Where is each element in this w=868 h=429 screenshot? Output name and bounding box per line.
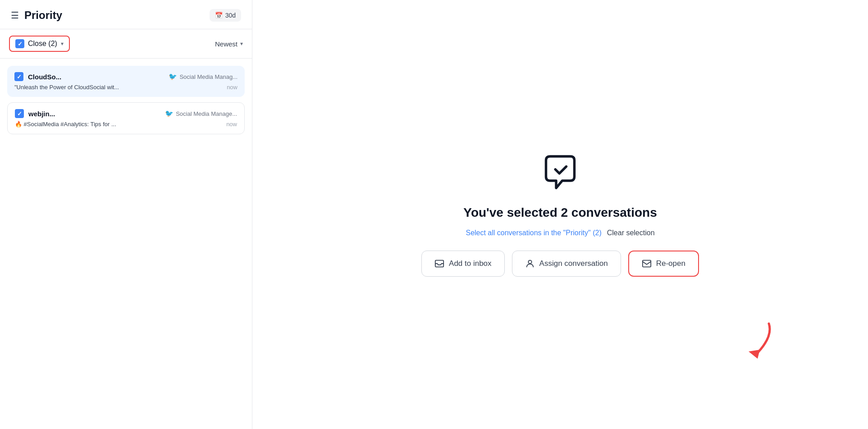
selected-title: You've selected 2 conversations	[463, 205, 657, 220]
envelope-icon	[642, 259, 652, 269]
conv-time-2: now	[226, 121, 237, 128]
chevron-down-icon: ▾	[61, 41, 64, 47]
date-badge-label: 30d	[225, 12, 236, 19]
list-item[interactable]: webjin... 🐦 Social Media Manage... 🔥 #So…	[7, 102, 245, 134]
conv-preview-1: "Unleash the Power of CloudSocial wit...…	[14, 84, 238, 91]
conv-preview-text-2: 🔥 #SocialMedia #Analytics: Tips for ...	[15, 121, 116, 128]
list-item[interactable]: CloudSo... 🐦 Social Media Manag... "Unle…	[7, 66, 245, 97]
conv-source-1: 🐦 Social Media Manag...	[169, 73, 238, 81]
conv-preview-2: 🔥 #SocialMedia #Analytics: Tips for ... …	[15, 121, 237, 128]
conversation-list: CloudSo... 🐦 Social Media Manag... "Unle…	[0, 59, 252, 429]
sort-filter[interactable]: Newest ▾	[215, 40, 243, 48]
assign-conversation-button[interactable]: Assign conversation	[512, 251, 621, 277]
date-badge[interactable]: 📅 30d	[210, 9, 241, 22]
conv-source-label-1: Social Media Manag...	[179, 73, 238, 80]
add-to-inbox-button[interactable]: Add to inbox	[421, 251, 505, 277]
sidebar-header-left: ☰ Priority	[11, 9, 62, 22]
action-buttons: Add to inbox Assign conversation Re-open	[421, 251, 699, 277]
chat-check-icon	[540, 152, 580, 193]
person-icon	[525, 259, 535, 269]
sort-chevron-icon: ▾	[240, 41, 243, 47]
close-filter-button[interactable]: Close (2) ▾	[9, 36, 70, 52]
sidebar-title: Priority	[24, 9, 62, 22]
conv-preview-text-1: "Unleash the Power of CloudSocial wit...	[14, 84, 119, 91]
conv-time-1: now	[227, 84, 238, 91]
conv-source-label-2: Social Media Manage...	[176, 110, 237, 117]
red-arrow-indicator	[742, 319, 778, 366]
assign-conversation-label: Assign conversation	[539, 259, 608, 268]
select-all-link[interactable]: Select all conversations in the "Priorit…	[466, 229, 601, 237]
twitter-icon-2: 🐦	[165, 110, 174, 118]
add-to-inbox-label: Add to inbox	[449, 259, 492, 268]
conv-name-2: webjin...	[28, 110, 160, 118]
re-open-label: Re-open	[656, 259, 685, 268]
sidebar-header: ☰ Priority 📅 30d	[0, 0, 252, 29]
center-panel: You've selected 2 conversations Select a…	[421, 152, 699, 277]
svg-rect-2	[643, 260, 651, 267]
conv-top-2: webjin... 🐦 Social Media Manage...	[15, 109, 237, 118]
conv-name-1: CloudSo...	[28, 73, 164, 81]
select-all-checkbox[interactable]	[15, 39, 24, 48]
main-content: You've selected 2 conversations Select a…	[252, 0, 868, 429]
selected-subtitle: Select all conversations in the "Priorit…	[466, 229, 654, 237]
filter-bar: Close (2) ▾ Newest ▾	[0, 29, 252, 59]
conv-source-2: 🐦 Social Media Manage...	[165, 110, 237, 118]
close-filter-label: Close (2)	[28, 40, 57, 48]
conv-checkbox-2[interactable]	[15, 109, 24, 118]
svg-marker-3	[749, 350, 760, 359]
conv-top-1: CloudSo... 🐦 Social Media Manag...	[14, 72, 238, 81]
hamburger-icon[interactable]: ☰	[11, 10, 19, 21]
sort-label: Newest	[215, 40, 238, 48]
twitter-icon-1: 🐦	[169, 73, 177, 81]
sidebar: ☰ Priority 📅 30d Close (2) ▾ Newest ▾ Cl…	[0, 0, 252, 429]
clear-selection-button[interactable]: Clear selection	[607, 229, 655, 237]
calendar-icon: 📅	[215, 12, 223, 19]
re-open-button[interactable]: Re-open	[628, 251, 699, 277]
svg-point-1	[528, 260, 531, 264]
conv-checkbox-1[interactable]	[14, 72, 23, 81]
inbox-icon	[434, 259, 444, 269]
red-arrow-icon	[742, 319, 778, 364]
